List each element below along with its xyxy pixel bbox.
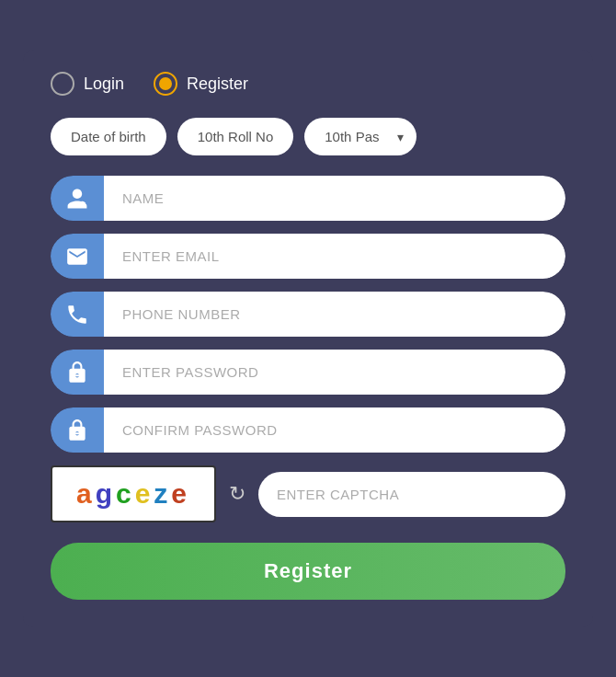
email-field-row bbox=[51, 234, 565, 279]
login-radio[interactable] bbox=[51, 72, 74, 96]
auth-toggle-row: Login Register bbox=[51, 72, 565, 96]
person-icon bbox=[65, 187, 89, 211]
phone-icon bbox=[65, 303, 89, 327]
register-radio[interactable] bbox=[154, 72, 177, 96]
confirm-password-field-row bbox=[51, 407, 565, 453]
register-label: Register bbox=[187, 75, 248, 94]
svg-rect-2 bbox=[74, 432, 81, 434]
phone-field-row bbox=[51, 292, 565, 337]
roll-tab[interactable]: 10th Roll No bbox=[177, 118, 294, 155]
register-button[interactable]: Register bbox=[51, 543, 565, 600]
svg-rect-1 bbox=[74, 374, 81, 376]
lock-icon bbox=[65, 361, 89, 384]
register-option[interactable]: Register bbox=[154, 72, 248, 96]
confirm-password-icon bbox=[51, 407, 104, 453]
phone-input[interactable] bbox=[104, 292, 565, 337]
lock-confirm-icon bbox=[65, 419, 89, 442]
dob-tab[interactable]: Date of birth bbox=[51, 118, 166, 155]
pass-dropdown-wrapper: 10th Pas bbox=[304, 118, 416, 155]
email-input[interactable] bbox=[104, 234, 565, 279]
pass-dropdown[interactable]: 10th Pas bbox=[304, 118, 416, 155]
name-field-row bbox=[51, 176, 565, 221]
name-icon bbox=[51, 176, 104, 221]
name-input[interactable] bbox=[104, 176, 565, 221]
captcha-image: agceze bbox=[51, 465, 216, 522]
login-label: Login bbox=[84, 75, 124, 94]
tab-row: Date of birth 10th Roll No 10th Pas bbox=[51, 118, 565, 155]
captcha-row: agceze ↻ bbox=[51, 465, 565, 522]
password-input[interactable] bbox=[104, 350, 565, 395]
email-icon bbox=[51, 234, 104, 279]
password-icon bbox=[51, 350, 104, 395]
password-field-row bbox=[51, 350, 565, 395]
captcha-text: agceze bbox=[76, 478, 190, 510]
captcha-input[interactable] bbox=[258, 472, 565, 517]
login-option[interactable]: Login bbox=[51, 72, 124, 96]
confirm-password-input[interactable] bbox=[104, 407, 565, 453]
captcha-refresh-icon[interactable]: ↻ bbox=[229, 482, 245, 506]
envelope-icon bbox=[65, 245, 89, 269]
phone-icon bbox=[51, 292, 104, 337]
register-form: Login Register Date of birth 10th Roll N… bbox=[23, 50, 593, 627]
